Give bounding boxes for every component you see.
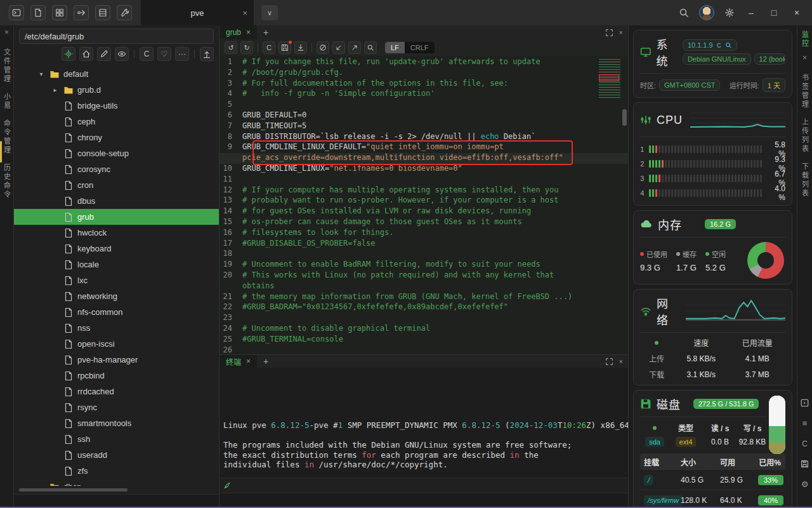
tree-item[interactable]: lxc — [14, 272, 219, 288]
tools-button[interactable] — [117, 5, 132, 20]
new-file-button[interactable] — [30, 5, 46, 20]
maximize-button[interactable]: □ — [768, 8, 780, 18]
minimize-button[interactable]: – — [745, 8, 757, 18]
tree-item[interactable]: zfs — [14, 463, 219, 479]
editor-new-tab-button[interactable]: + — [257, 27, 275, 37]
left-activity-item[interactable]: 小易 — [2, 93, 12, 110]
tree-item[interactable]: rsync — [14, 399, 219, 415]
close-button[interactable]: × — [790, 8, 803, 18]
tree-item[interactable]: ▸ grub.d — [14, 82, 219, 98]
right-tab-bookmarks[interactable]: 书签管理 — [800, 74, 810, 109]
editor-panel-close-icon[interactable]: × — [619, 29, 623, 36]
terminal-new-tab-button[interactable]: + — [257, 356, 275, 366]
editor-tab-close-icon[interactable]: × — [246, 28, 251, 37]
tree-item[interactable]: open-iscsi — [14, 336, 219, 352]
find-button[interactable] — [364, 41, 377, 54]
code-area[interactable]: 1 # If you change this file, run 'update… — [219, 56, 628, 354]
terminal-tab[interactable]: 终端 × — [219, 355, 257, 368]
edit-button[interactable] — [97, 47, 111, 61]
tree-item[interactable]: corosync — [14, 161, 219, 177]
download-button[interactable] — [294, 41, 307, 54]
scrollbar-thumb[interactable] — [19, 488, 128, 491]
tree-item[interactable]: bridge-utils — [14, 98, 219, 114]
lookup-icon[interactable] — [725, 42, 732, 49]
tree-item[interactable]: grub — [14, 209, 219, 225]
wrap-toggle-button[interactable] — [317, 41, 329, 54]
tree-item[interactable]: ssh — [14, 431, 219, 447]
reload-button[interactable]: C — [263, 41, 275, 54]
tree-item[interactable]: nss — [14, 320, 219, 336]
session-tab-close-icon[interactable]: × — [242, 8, 247, 18]
terminal-input-row[interactable] — [219, 478, 628, 493]
editor-tab-grub[interactable]: grub × — [219, 25, 257, 39]
left-activity-item[interactable]: 命令管理 — [2, 119, 12, 155]
refresh-button[interactable]: C — [140, 47, 154, 61]
editor-scrollbar-thumb[interactable] — [622, 109, 627, 126]
save-button-modified[interactable] — [278, 41, 291, 54]
right-tab-downloads[interactable]: 下载列表 — [800, 163, 810, 198]
tree-item[interactable]: locale — [14, 257, 219, 272]
tree-item[interactable]: smartmontools — [14, 415, 219, 431]
tree-item[interactable]: chrony — [14, 130, 219, 145]
tree-item[interactable]: ▾ default — [14, 66, 219, 82]
tree-item[interactable]: useradd — [14, 447, 219, 463]
lf-option[interactable]: LF — [385, 42, 405, 53]
list-view-button[interactable] — [95, 5, 110, 20]
terminal-expand-icon[interactable] — [606, 358, 613, 365]
tree-item[interactable]: hwclock — [14, 225, 219, 241]
terminal-tab-close-icon[interactable]: × — [246, 357, 251, 366]
minimap[interactable] — [599, 59, 620, 98]
device-badge[interactable]: sda — [645, 437, 664, 447]
editor-expand-icon[interactable] — [606, 29, 613, 36]
apps-grid-button[interactable] — [52, 5, 67, 20]
redo-button[interactable]: ↻ — [240, 41, 253, 54]
left-activity-item[interactable]: 历史命令 — [2, 164, 12, 199]
save-layout-icon[interactable] — [801, 460, 809, 468]
tree-item[interactable]: cron — [14, 177, 219, 193]
settings-gear-icon[interactable] — [724, 8, 735, 18]
terminal-panel-close-icon[interactable]: × — [619, 358, 623, 365]
sessions-button[interactable] — [74, 5, 89, 20]
right-panel-close-icon[interactable]: × — [802, 53, 807, 65]
run-panel-icon[interactable] — [801, 399, 809, 407]
ip-chip[interactable]: 10.1.1.9 — [683, 39, 737, 51]
tree-expand-arrow[interactable]: ▸ — [51, 86, 60, 93]
undo-button[interactable]: ↺ — [225, 41, 237, 54]
tree-horizontal-scrollbar[interactable] — [18, 487, 215, 493]
crlf-option[interactable]: CRLF — [405, 42, 435, 53]
monitor-settings-icon[interactable]: ⚙ — [801, 479, 809, 489]
locate-button[interactable] — [62, 47, 75, 61]
tree-item[interactable]: pve-ha-manager — [14, 352, 219, 368]
refresh-monitor-icon[interactable]: C — [802, 439, 808, 448]
tree-item[interactable]: ceph — [14, 114, 219, 130]
home-button[interactable] — [79, 47, 93, 61]
right-tab-monitor[interactable]: 监控 — [800, 30, 810, 48]
tree-item[interactable]: console-setup — [14, 145, 219, 161]
user-avatar[interactable] — [699, 5, 714, 20]
favorites-heart-button[interactable]: ♡ — [157, 47, 171, 61]
tree-item[interactable]: rpcbind — [14, 368, 219, 384]
left-panel-close-icon[interactable]: × — [4, 28, 9, 39]
right-tab-uploads[interactable]: 上传列表 — [800, 118, 810, 154]
font-larger-button[interactable] — [348, 41, 361, 54]
path-input[interactable]: /etc/default/grub — [19, 29, 214, 44]
tree-item[interactable]: ▸ dhcp — [14, 479, 219, 486]
tree-item[interactable]: dbus — [14, 193, 219, 209]
tree-item[interactable]: rrdcached — [14, 384, 219, 399]
tab-dropdown-button[interactable]: ∨ — [261, 5, 278, 20]
tree-item[interactable]: nfs-common — [14, 304, 219, 320]
upload-button[interactable] — [200, 47, 214, 61]
tree-expand-arrow[interactable]: ▸ — [37, 483, 46, 486]
session-tab-pve[interactable]: pve × — [141, 0, 254, 25]
terminal-output[interactable]: Linux pve 6.8.12-5-pve #1 SMP PREEMPT_DY… — [219, 368, 628, 478]
show-hidden-eye-button[interactable] — [115, 47, 129, 61]
tree-expand-arrow[interactable]: ▾ — [37, 70, 46, 77]
process-list-icon[interactable]: ≡ — [802, 418, 808, 428]
font-smaller-button[interactable] — [332, 41, 345, 54]
tree-item[interactable]: networking — [14, 288, 219, 304]
tree-item[interactable]: keyboard — [14, 241, 219, 257]
search-icon[interactable] — [679, 8, 689, 18]
left-activity-item[interactable]: 文件管理 — [2, 48, 12, 84]
new-terminal-button[interactable] — [9, 5, 24, 20]
more-options-button[interactable]: ··· — [175, 47, 189, 61]
